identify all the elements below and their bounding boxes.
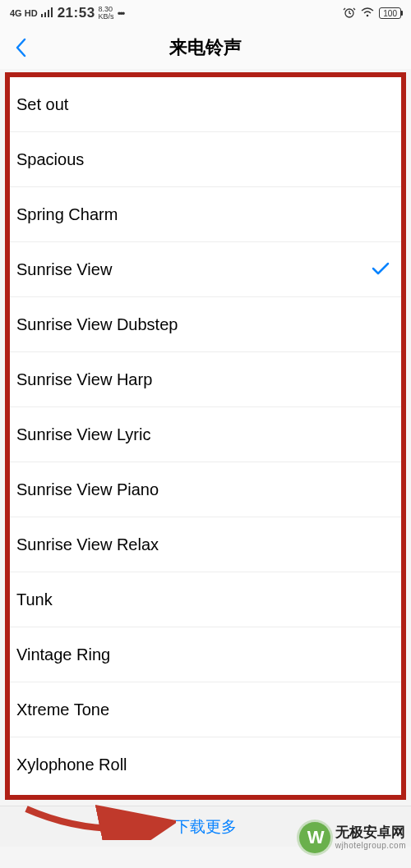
watermark-url: wjhotelgroup.com [335, 841, 406, 850]
ringtone-label: Sunrise View Dubstep [16, 315, 178, 334]
ringtone-label: Sunrise View Lyric [16, 425, 150, 444]
battery-indicator: 100 [379, 7, 401, 19]
ringtone-item[interactable]: Spacious [10, 132, 401, 187]
ringtone-item[interactable]: Xtreme Tone [10, 682, 401, 737]
svg-rect-3 [51, 7, 53, 17]
ringtone-item[interactable]: Sunrise View Lyric [10, 407, 401, 462]
ringtone-item[interactable]: Sunrise View Relax [10, 517, 401, 572]
status-bar: 4G HD 21:53 8.30KB/s ••• 100 [0, 0, 411, 26]
wifi-icon [361, 7, 374, 20]
network-indicator: 4G HD [10, 8, 38, 18]
ringtone-item[interactable]: Sunrise View [10, 242, 401, 297]
status-right: 100 [343, 6, 401, 21]
back-button[interactable] [0, 26, 41, 69]
ringtone-item[interactable]: Vintage Ring [10, 627, 401, 682]
ringtone-item[interactable]: Sunrise View Harp [10, 352, 401, 407]
watermark-title: 无极安卓网 [335, 825, 406, 841]
ringtone-label: Sunrise View Harp [16, 370, 152, 389]
ringtone-item[interactable]: Sunrise View Piano [10, 462, 401, 517]
data-speed: 8.30KB/s [99, 6, 114, 21]
ringtone-item[interactable]: Xylophone Roll [10, 737, 401, 792]
ringtone-label: Sunrise View Piano [16, 480, 159, 499]
ringtone-label: Tunk [16, 590, 53, 609]
svg-point-5 [367, 14, 369, 16]
download-more-link[interactable]: 下载更多 [174, 816, 237, 838]
ringtone-label: Spring Charm [16, 205, 118, 224]
ringtone-label: Sunrise View Relax [16, 535, 159, 554]
svg-rect-0 [41, 14, 43, 17]
watermark-logo-icon: W [299, 822, 330, 853]
svg-rect-1 [44, 12, 46, 17]
more-dots-icon: ••• [118, 7, 124, 20]
ringtone-item[interactable]: Tunk [10, 572, 401, 627]
watermark: W 无极安卓网 wjhotelgroup.com [299, 822, 406, 853]
ringtone-label: Xylophone Roll [16, 755, 127, 774]
signal-bars-icon [41, 7, 54, 20]
ringtone-item[interactable]: Sunrise View Dubstep [10, 297, 401, 352]
ringtone-label: Spacious [16, 150, 84, 169]
ringtone-label: Xtreme Tone [16, 700, 109, 719]
ringtone-label: Sunrise View [16, 260, 112, 279]
page-title: 来电铃声 [169, 35, 242, 60]
svg-rect-2 [48, 10, 49, 17]
ringtone-label: Vintage Ring [16, 645, 110, 664]
ringtone-label: Set out [16, 95, 68, 114]
ringtone-item[interactable]: Set out [10, 77, 401, 132]
status-left: 4G HD 21:53 8.30KB/s ••• [10, 5, 123, 21]
ringtone-list-container: Set outSpaciousSpring CharmSunrise ViewS… [5, 72, 406, 800]
navigation-header: 来电铃声 [0, 26, 411, 69]
alarm-icon [343, 6, 356, 21]
checkmark-icon [372, 259, 390, 280]
ringtone-item[interactable]: Spring Charm [10, 187, 401, 242]
clock-time: 21:53 [58, 5, 95, 21]
